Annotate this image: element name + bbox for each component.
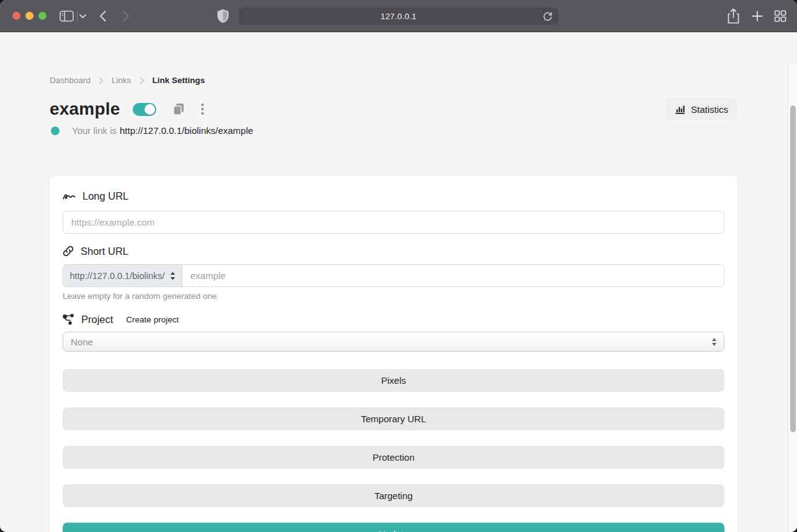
- tab-overview-icon[interactable]: [774, 10, 786, 22]
- project-diagram-icon: [63, 314, 74, 325]
- your-link-row: Your link is http://127.0.0.1/biolinks/e…: [51, 125, 253, 136]
- short-url-label-row: Short URL: [63, 244, 724, 258]
- short-url-help: Leave empty for a random generated one.: [63, 291, 724, 301]
- page-title: example: [50, 99, 120, 119]
- kebab-menu-icon[interactable]: [201, 103, 204, 115]
- page-content: Dashboard Links Link Settings example: [0, 32, 797, 532]
- breadcrumb-link-settings: Link Settings: [153, 76, 205, 85]
- statistics-button[interactable]: Statistics: [666, 98, 737, 120]
- bar-chart-icon: [675, 105, 685, 114]
- project-label-row: Project Create project: [63, 313, 724, 326]
- statistics-label: Statistics: [691, 104, 728, 115]
- sidebar-icon[interactable]: [60, 11, 74, 22]
- browser-toolbar: 127.0.0.1: [0, 0, 797, 32]
- short-url-input[interactable]: [182, 264, 724, 287]
- breadcrumb-separator-icon: [99, 77, 104, 84]
- project-label: Project: [81, 314, 113, 326]
- back-icon[interactable]: [99, 11, 107, 22]
- create-project-link[interactable]: Create project: [126, 315, 179, 324]
- status-dot: [51, 126, 60, 135]
- breadcrumb-separator-icon: [140, 77, 145, 84]
- zoom-window-button[interactable]: [38, 12, 47, 20]
- project-select[interactable]: None: [63, 332, 724, 352]
- toggle-knob: [145, 104, 155, 115]
- shield-icon[interactable]: [216, 9, 229, 24]
- link-enabled-toggle[interactable]: [133, 103, 156, 116]
- updown-arrows-icon: [170, 272, 176, 280]
- your-link-prefix: Your link is: [72, 125, 117, 136]
- your-link-url[interactable]: http://127.0.0.1/biolinks/example: [120, 125, 253, 136]
- squiggle-icon: [63, 191, 76, 201]
- share-icon[interactable]: [727, 8, 740, 24]
- scrollbar-track[interactable]: [788, 64, 797, 532]
- project-selected-value: None: [71, 337, 93, 347]
- breadcrumb-links[interactable]: Links: [112, 76, 131, 85]
- breadcrumb: Dashboard Links Link Settings: [50, 76, 205, 85]
- title-row: example: [50, 97, 737, 122]
- window-controls: [12, 12, 47, 20]
- toolbar-divider: [77, 11, 78, 22]
- duplicate-icon[interactable]: [173, 103, 184, 115]
- long-url-label: Long URL: [82, 190, 128, 202]
- update-button[interactable]: Update: [63, 523, 724, 532]
- project-label-group: Project: [63, 313, 113, 326]
- select-arrows-icon: [711, 337, 717, 348]
- pixels-section-button[interactable]: Pixels: [63, 369, 724, 392]
- short-url-domain-select[interactable]: http://127.0.0.1/biolinks/: [63, 264, 182, 287]
- long-url-label-row: Long URL: [63, 189, 724, 203]
- breadcrumb-dashboard[interactable]: Dashboard: [50, 76, 91, 85]
- long-url-input[interactable]: [63, 211, 724, 234]
- browser-window: 127.0.0.1: [0, 0, 797, 532]
- link-icon: [63, 246, 74, 257]
- scrollbar-thumb[interactable]: [790, 105, 796, 432]
- chevron-down-icon[interactable]: [79, 14, 86, 19]
- short-url-domain: http://127.0.0.1/biolinks/: [69, 271, 164, 281]
- protection-section-button[interactable]: Protection: [63, 446, 724, 469]
- targeting-section-button[interactable]: Targeting: [63, 484, 724, 507]
- temporary-url-section-button[interactable]: Temporary URL: [63, 407, 724, 430]
- short-url-label: Short URL: [81, 246, 128, 257]
- close-window-button[interactable]: [12, 12, 20, 20]
- new-tab-icon[interactable]: [752, 11, 763, 22]
- short-url-input-group: http://127.0.0.1/biolinks/: [63, 264, 724, 287]
- reload-icon[interactable]: [543, 11, 553, 24]
- link-settings-card: Long URL Short URL http://127.0.0.1/biol…: [50, 176, 737, 532]
- address-bar[interactable]: 127.0.0.1: [238, 7, 559, 25]
- address-bar-url: 127.0.0.1: [380, 12, 416, 21]
- forward-icon[interactable]: [122, 11, 130, 22]
- minimize-window-button[interactable]: [25, 12, 33, 20]
